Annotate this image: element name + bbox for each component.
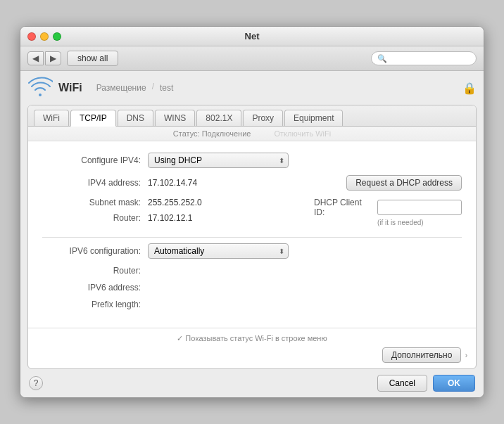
subnet-dhcp-row: Subnet mask: 255.255.252.0 Router: 17.10… bbox=[42, 198, 462, 230]
subnet-mask-value: 255.255.252.0 bbox=[148, 198, 202, 207]
configure-ipv4-label: Configure IPV4: bbox=[42, 155, 148, 165]
tab-bar: WiFi TCP/IP DNS WINS 802.1X Proxy bbox=[28, 105, 476, 127]
close-button[interactable] bbox=[27, 32, 36, 41]
cancel-button[interactable]: Cancel bbox=[377, 375, 427, 392]
device-header: WiFi Размещение / test 🔒 bbox=[20, 71, 484, 105]
prefix-length-label: Prefix length: bbox=[42, 300, 148, 309]
ipv6-config-select[interactable]: Automatically bbox=[148, 243, 289, 259]
search-box: 🔍 bbox=[371, 51, 477, 65]
settings-panel: WiFi TCP/IP DNS WINS 802.1X Proxy bbox=[27, 105, 477, 369]
traffic-lights bbox=[27, 32, 61, 41]
search-input[interactable] bbox=[390, 53, 470, 63]
ipv4-router-row: Router: 17.102.12.1 bbox=[42, 213, 307, 223]
configure-ipv4-row: Configure IPV4: Using DHCP ⬍ bbox=[42, 153, 462, 168]
tab-proxy[interactable]: Proxy bbox=[243, 110, 283, 126]
window-title: Net bbox=[20, 31, 484, 41]
main-window: Net ◀ ▶ show all 🔍 WiFi Размещение / tes… bbox=[20, 26, 484, 398]
tab-equipment[interactable]: Equipment bbox=[284, 110, 343, 126]
advanced-button-row: Дополнительно › bbox=[37, 347, 467, 363]
configure-ipv4-select-wrapper: Using DHCP ⬍ bbox=[148, 153, 289, 168]
tab-dns[interactable]: DNS bbox=[118, 110, 153, 126]
nav-buttons: ◀ ▶ bbox=[27, 51, 61, 65]
help-button[interactable]: ? bbox=[29, 376, 43, 390]
show-all-button[interactable]: show all bbox=[67, 51, 118, 66]
ipv6-address-label: IPV6 address: bbox=[42, 283, 148, 293]
wifi-icon bbox=[27, 75, 53, 101]
tab-8021x[interactable]: 802.1X bbox=[196, 110, 241, 126]
ipv4-address-row: IPV4 address: 17.102.14.74 Request a DHC… bbox=[42, 175, 462, 191]
titlebar: Net bbox=[20, 27, 484, 46]
status-bar: Статус: Подключение Отключить WiFi bbox=[28, 127, 476, 141]
maximize-button[interactable] bbox=[53, 32, 61, 41]
ipv4-address-value: 17.102.14.74 bbox=[148, 178, 197, 188]
dhcp-client-id-label: DHCP Client ID: bbox=[314, 198, 372, 217]
search-icon: 🔍 bbox=[377, 54, 387, 63]
ipv4-address-label: IPV4 address: bbox=[42, 178, 148, 188]
nav-forward-button[interactable]: ▶ bbox=[45, 51, 61, 65]
device-tab-test[interactable]: test bbox=[157, 82, 176, 94]
status-extra: Отключить WiFi bbox=[275, 129, 332, 138]
tab-tcpip[interactable]: TCP/IP bbox=[70, 110, 116, 127]
ok-button[interactable]: OK bbox=[433, 375, 475, 392]
advanced-chevron-icon: › bbox=[465, 352, 467, 359]
status-text: Статус: Подключение bbox=[173, 129, 251, 138]
lock-icon[interactable]: 🔒 bbox=[462, 82, 477, 94]
panel-bottom-bar: ✓ Показывать статус Wi-Fi в строке меню … bbox=[28, 328, 476, 368]
form-area: Configure IPV4: Using DHCP ⬍ IPV4 addres… bbox=[28, 141, 476, 328]
window-footer: ? Cancel OK bbox=[20, 369, 484, 397]
device-name: WiFi bbox=[58, 82, 82, 94]
dhcp-hint: (if it is needed) bbox=[377, 219, 424, 226]
ipv4-router-value: 17.102.12.1 bbox=[148, 213, 192, 223]
toolbar: ◀ ▶ show all 🔍 bbox=[20, 46, 484, 71]
nav-back-button[interactable]: ◀ bbox=[27, 51, 44, 65]
request-dhcp-button[interactable]: Request a DHCP address bbox=[346, 175, 462, 191]
footer-buttons: Cancel OK bbox=[377, 375, 475, 392]
dhcp-client-section: DHCP Client ID: (if it is needed) bbox=[307, 198, 462, 226]
device-tab-placement[interactable]: Размещение bbox=[94, 82, 149, 94]
subnet-fields: Subnet mask: 255.255.252.0 Router: 17.10… bbox=[42, 198, 307, 230]
configure-ipv4-select[interactable]: Using DHCP bbox=[148, 153, 289, 168]
device-tabs: Размещение / test bbox=[94, 82, 177, 94]
prefix-length-row: Prefix length: bbox=[42, 300, 462, 309]
panel-bottom-content: ✓ Показывать статус Wi-Fi в строке меню … bbox=[37, 334, 467, 363]
tab-wifi[interactable]: WiFi bbox=[34, 110, 69, 126]
subnet-mask-row: Subnet mask: 255.255.252.0 bbox=[42, 198, 307, 207]
show-wifi-status-text: ✓ Показывать статус Wi-Fi в строке меню bbox=[37, 334, 467, 343]
ipv6-config-label: IPV6 configuration: bbox=[42, 246, 148, 256]
tab-wins[interactable]: WINS bbox=[155, 110, 195, 126]
dhcp-client-row: DHCP Client ID: bbox=[314, 198, 462, 217]
ipv6-router-label: Router: bbox=[42, 266, 148, 276]
main-panel: WiFi TCP/IP DNS WINS 802.1X Proxy bbox=[20, 105, 484, 369]
dhcp-client-id-input[interactable] bbox=[377, 200, 462, 215]
subnet-mask-label: Subnet mask: bbox=[42, 198, 148, 207]
ipv4-router-label: Router: bbox=[42, 213, 148, 223]
advanced-button[interactable]: Дополнительно bbox=[382, 347, 461, 363]
ipv6-config-row: IPV6 configuration: Automatically ⬍ bbox=[42, 243, 462, 259]
section-divider bbox=[42, 237, 462, 238]
ipv6-address-row: IPV6 address: bbox=[42, 283, 462, 293]
minimize-button[interactable] bbox=[40, 32, 49, 41]
ipv6-config-select-wrapper: Automatically ⬍ bbox=[148, 243, 289, 259]
ipv6-router-row: Router: bbox=[42, 266, 462, 276]
